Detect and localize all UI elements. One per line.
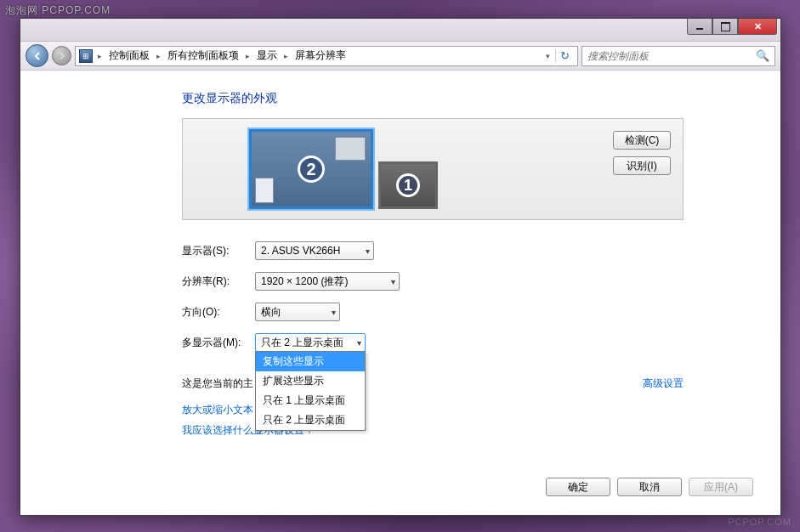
monitor-preview-pane[interactable]: 2 1 检测(C) 识别(I) [182,118,684,220]
orientation-label: 方向(O): [182,305,255,320]
maximize-button[interactable] [712,19,738,35]
dropdown-chevron-icon[interactable]: ▾ [542,52,553,60]
breadcrumb-item[interactable]: 屏幕分辨率 [293,48,348,63]
refresh-button[interactable]: ↻ [555,49,574,62]
address-bar[interactable]: ⊞ ▸ 控制面板 ▸ 所有控制面板项 ▸ 显示 ▸ 屏幕分辨率 ▾ ↻ [75,46,578,66]
nav-bar: ⊞ ▸ 控制面板 ▸ 所有控制面板项 ▸ 显示 ▸ 屏幕分辨率 ▾ ↻ 🔍 [20,42,780,71]
display-combo[interactable]: 2. ASUS VK266H [255,241,374,260]
watermark-text: 泡泡网 PCPOP.COM [5,3,111,18]
display-label: 显示器(S): [182,244,255,258]
preview-taskbar-icon [255,178,274,203]
identify-button[interactable]: 识别(I) [613,156,671,175]
monitor-1[interactable]: 1 [378,161,438,209]
preview-window-icon [335,137,366,161]
chevron-right-icon: ▸ [281,52,292,60]
monitor-number: 1 [396,173,420,197]
minimize-button[interactable] [687,19,712,35]
advanced-settings-link[interactable]: 高级设置 [643,376,684,391]
main-display-note: 这是您当前的主 [182,376,253,391]
dropdown-option[interactable]: 扩展这些显示 [256,371,365,391]
breadcrumb-item[interactable]: 控制面板 [107,48,151,63]
resolution-combo[interactable]: 1920 × 1200 (推荐) [255,272,400,291]
back-button[interactable] [26,44,48,67]
title-bar [20,19,780,42]
control-panel-icon: ⊞ [79,49,93,63]
orientation-combo[interactable]: 横向 [255,303,340,321]
apply-button: 应用(A) [689,478,753,496]
dropdown-option[interactable]: 复制这些显示 [256,352,365,371]
content-area: 更改显示器的外观 2 1 检测(C) 识别(I) [20,71,780,515]
chevron-right-icon: ▸ [242,52,253,60]
detect-button[interactable]: 检测(C) [613,131,671,150]
page-heading: 更改显示器的外观 [182,91,684,106]
search-input[interactable] [587,50,756,62]
breadcrumb-item[interactable]: 显示 [255,48,279,63]
dialog-buttons: 确定 取消 应用(A) [546,478,753,496]
ok-button[interactable]: 确定 [546,478,610,496]
watermark-bottom: PCPOP.COM [728,517,791,527]
breadcrumb-item[interactable]: 所有控制面板项 [166,48,241,63]
multi-display-combo[interactable]: 只在 2 上显示桌面 复制这些显示 扩展这些显示 只在 1 上显示桌面 只在 2… [255,333,366,352]
monitor-2[interactable]: 2 [249,129,373,209]
dropdown-option[interactable]: 只在 2 上显示桌面 [256,410,365,430]
chevron-right-icon: ▸ [153,52,164,60]
forward-button[interactable] [52,46,71,65]
monitor-number: 2 [298,156,325,183]
window: ⊞ ▸ 控制面板 ▸ 所有控制面板项 ▸ 显示 ▸ 屏幕分辨率 ▾ ↻ 🔍 更改… [20,18,781,516]
chevron-right-icon: ▸ [94,52,105,60]
dropdown-option[interactable]: 只在 1 上显示桌面 [256,391,365,410]
search-box[interactable]: 🔍 [582,46,775,66]
search-icon[interactable]: 🔍 [756,49,769,62]
multi-display-dropdown: 复制这些显示 扩展这些显示 只在 1 上显示桌面 只在 2 上显示桌面 [255,351,366,431]
multi-display-label: 多显示器(M): [182,336,255,350]
cancel-button[interactable]: 取消 [617,478,682,496]
resolution-label: 分辨率(R): [182,274,255,289]
close-button[interactable] [738,19,777,35]
